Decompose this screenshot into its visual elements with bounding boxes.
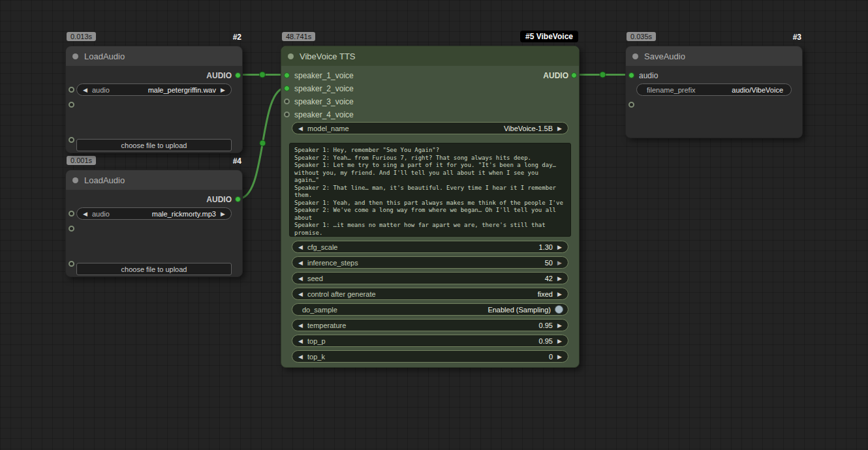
increment-icon[interactable]: ▶ xyxy=(556,291,563,297)
output-slot-audio[interactable] xyxy=(571,72,577,78)
increment-icon[interactable]: ▶ xyxy=(556,353,563,360)
widget-label: inference_steps xyxy=(307,259,358,267)
input-slot-audio-widget[interactable] xyxy=(69,87,74,93)
node-id-badge: #3 xyxy=(792,31,803,43)
node-id-badge: #4 xyxy=(232,155,243,167)
node-loadaudio-bottom[interactable]: LoadAudio AUDIO ◀ audio male_rickmorty.m… xyxy=(65,170,243,277)
increment-icon[interactable]: ▶ xyxy=(556,125,563,132)
widget-inference-steps[interactable]: ◀ inference_steps 50 ▶ xyxy=(292,256,568,269)
input-slot-audioui[interactable] xyxy=(69,226,74,232)
widget-temperature[interactable]: ◀ temperature 0.95 ▶ xyxy=(292,319,568,331)
widget-label: audio xyxy=(92,210,110,218)
increment-icon[interactable]: ▶ xyxy=(556,275,563,282)
widget-value: male_rickmorty.mp3 xyxy=(152,210,216,218)
widget-value: Enabled (Sampling) xyxy=(488,306,551,314)
widget-label: control after generate xyxy=(307,290,376,298)
widget-value: 1.30 xyxy=(539,243,553,251)
choose-file-button[interactable]: choose file to upload xyxy=(76,139,232,151)
widget-value: 0.95 xyxy=(539,337,553,345)
widget-label: top_p xyxy=(307,337,326,345)
widget-filename-prefix[interactable]: filename_prefix audio/VibeVoice xyxy=(636,83,792,96)
widget-label: seed xyxy=(307,275,323,282)
widget-label: model_name xyxy=(307,125,349,132)
decrement-icon[interactable]: ◀ xyxy=(297,322,304,329)
input-slot-audioui[interactable] xyxy=(69,102,74,108)
input-slot-speaker-3-voice[interactable] xyxy=(284,98,290,104)
node-title: VibeVoice TTS xyxy=(300,52,356,61)
node-id-badge: #5 VibeVoice xyxy=(520,31,578,42)
widget-seed[interactable]: ◀ seed 42 ▶ xyxy=(292,272,568,284)
execution-time-badge: 0.035s xyxy=(627,32,656,41)
node-graph-canvas[interactable]: 0.013s #2 0.001s #4 48.741s #5 VibeVoice… xyxy=(0,0,868,450)
decrement-icon[interactable]: ◀ xyxy=(82,87,89,93)
node-vibevoice-tts[interactable]: VibeVoice TTS speaker_1_voice speaker_2_… xyxy=(281,46,580,368)
widget-value: 42 xyxy=(545,275,553,282)
widget-audio[interactable]: ◀ audio male_petergriffin.wav ▶ xyxy=(76,83,232,96)
output-slot-label-audio: AUDIO xyxy=(206,70,232,82)
link-midpoint-dot xyxy=(260,72,266,78)
node-header[interactable]: LoadAudio xyxy=(66,170,242,190)
output-slot-label-audio: AUDIO xyxy=(206,194,232,205)
node-header[interactable]: LoadAudio xyxy=(66,46,242,66)
increment-icon[interactable]: ▶ xyxy=(556,322,563,329)
collapse-dot[interactable] xyxy=(72,177,78,183)
widget-top-p[interactable]: ◀ top_p 0.95 ▶ xyxy=(292,335,568,347)
input-slot-label: speaker_4_voice xyxy=(294,109,354,121)
collapse-dot[interactable] xyxy=(288,53,294,59)
execution-time-badge: 0.001s xyxy=(67,156,96,165)
widget-label: top_k xyxy=(307,353,325,361)
toggle-icon[interactable] xyxy=(555,305,563,314)
widget-cfg-scale[interactable]: ◀ cfg_scale 1.30 ▶ xyxy=(292,241,568,253)
input-slot-label: audio xyxy=(639,70,658,82)
increment-icon[interactable]: ▶ xyxy=(219,87,226,93)
link-midpoint-dot xyxy=(600,72,606,78)
widget-model-name[interactable]: ◀ model_name VibeVoice-1.5B ▶ xyxy=(292,122,568,134)
collapse-dot[interactable] xyxy=(632,53,638,59)
widget-value: 0 xyxy=(549,353,553,361)
widget-top-k[interactable]: ◀ top_k 0 ▶ xyxy=(292,350,568,363)
input-slot-upload[interactable] xyxy=(69,137,74,143)
decrement-icon[interactable]: ◀ xyxy=(297,353,304,360)
script-text-area[interactable]: Speaker 1: Hey, remember "See You Again"… xyxy=(289,143,571,237)
choose-file-button[interactable]: choose file to upload xyxy=(76,263,232,275)
node-header[interactable]: SaveAudio xyxy=(626,46,802,66)
node-header[interactable]: VibeVoice TTS xyxy=(281,46,579,66)
increment-icon[interactable]: ▶ xyxy=(556,260,563,266)
input-slot-filename-prefix[interactable] xyxy=(628,102,634,108)
widget-control-after-generate[interactable]: ◀ control after generate fixed ▶ xyxy=(292,288,568,300)
decrement-icon[interactable]: ◀ xyxy=(297,338,304,344)
widget-label: audio xyxy=(92,86,110,94)
input-slot-label: speaker_3_voice xyxy=(294,96,354,108)
execution-time-badge: 48.741s xyxy=(282,32,315,41)
output-slot-audio[interactable] xyxy=(235,196,241,202)
output-slot-audio[interactable] xyxy=(235,72,241,78)
collapse-dot[interactable] xyxy=(72,53,78,59)
input-slot-speaker-4-voice[interactable] xyxy=(284,112,290,117)
decrement-icon[interactable]: ◀ xyxy=(297,260,304,266)
input-slot-label: speaker_1_voice xyxy=(294,70,354,82)
decrement-icon[interactable]: ◀ xyxy=(297,275,304,282)
widget-label: do_sample xyxy=(302,306,337,314)
increment-icon[interactable]: ▶ xyxy=(219,211,226,217)
increment-icon[interactable]: ▶ xyxy=(556,338,563,344)
node-saveaudio[interactable]: SaveAudio audio filename_prefix audio/Vi… xyxy=(625,46,803,138)
decrement-icon[interactable]: ◀ xyxy=(82,211,89,217)
input-slot-speaker-2-voice[interactable] xyxy=(284,85,290,91)
input-slot-audio-widget[interactable] xyxy=(69,211,74,217)
input-slot-upload[interactable] xyxy=(69,261,74,267)
widget-value: 50 xyxy=(545,259,553,267)
decrement-icon[interactable]: ◀ xyxy=(297,125,304,132)
widget-audio[interactable]: ◀ audio male_rickmorty.mp3 ▶ xyxy=(76,207,232,220)
decrement-icon[interactable]: ◀ xyxy=(297,291,304,297)
node-title: LoadAudio xyxy=(84,175,125,185)
widget-label: temperature xyxy=(307,322,346,329)
input-slot-speaker-1-voice[interactable] xyxy=(284,72,290,78)
widget-label: cfg_scale xyxy=(307,243,337,251)
increment-icon[interactable]: ▶ xyxy=(556,244,563,250)
node-loadaudio-top[interactable]: LoadAudio AUDIO ◀ audio male_petergriffi… xyxy=(65,46,243,153)
widget-value: VibeVoice-1.5B xyxy=(504,125,553,132)
node-title: SaveAudio xyxy=(644,52,685,61)
decrement-icon[interactable]: ◀ xyxy=(297,244,304,250)
widget-do-sample[interactable]: do_sample Enabled (Sampling) xyxy=(292,303,568,316)
input-slot-audio[interactable] xyxy=(628,72,634,78)
